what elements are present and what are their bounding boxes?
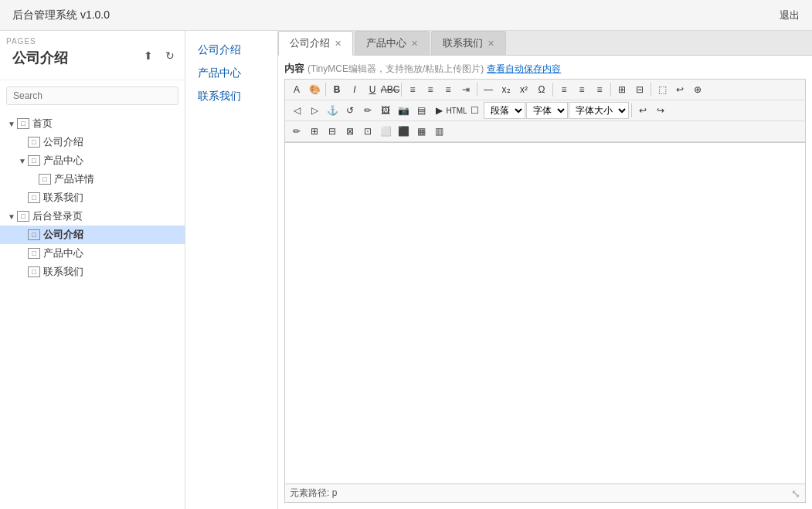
template-btn[interactable]: ▤ (413, 102, 430, 119)
tree-item-contact2[interactable]: □ 联系我们 (0, 263, 185, 281)
redo-btn[interactable]: ↪ (652, 102, 669, 119)
fullscreen-btn[interactable]: ⊕ (689, 81, 706, 98)
tab-contact-close[interactable]: ✕ (488, 39, 494, 49)
image-btn[interactable]: 🖼 (377, 102, 394, 119)
sep6 (651, 83, 651, 97)
sep4 (552, 83, 553, 97)
hr-btn[interactable]: — (480, 81, 497, 98)
del-table-btn[interactable]: ⊟ (631, 81, 648, 98)
page-icon: □ (28, 155, 40, 166)
ol-btn[interactable]: ≡ (422, 81, 439, 98)
sep5 (610, 83, 611, 97)
forward-btn[interactable]: ▷ (306, 102, 323, 119)
refresh-icon[interactable]: ↻ (161, 47, 178, 64)
tab-products-label: 产品中心 (366, 36, 406, 50)
top-header: 后台管理系统 v1.0.0 退出 (0, 0, 812, 31)
upload-icon[interactable]: ⬆ (140, 47, 157, 64)
table-prop-btn[interactable]: ▦ (413, 123, 430, 140)
tab-products-close[interactable]: ✕ (411, 39, 418, 49)
page-icon: □ (28, 266, 40, 277)
toggle-products[interactable]: ▼ (17, 157, 28, 165)
element-path: 元素路径: p (290, 487, 337, 500)
col-del-btn[interactable]: ⊟ (324, 123, 341, 140)
sep1 (325, 83, 326, 97)
insert-btn[interactable]: ⬚ (654, 81, 671, 98)
subscript-btn[interactable]: x₂ (498, 81, 515, 98)
fontsize-select[interactable]: 字体大小 (569, 102, 629, 119)
left-nav-panel: 公司介绍 产品中心 联系我们 (185, 31, 278, 509)
tree-item-backend-login[interactable]: ▼ □ 后台登录页 (0, 207, 185, 226)
paragraph-select[interactable]: 段落 (484, 102, 525, 119)
tab-products[interactable]: 产品中心 ✕ (355, 31, 430, 55)
cell-merge-btn[interactable]: ⊠ (341, 123, 358, 140)
col-add-btn[interactable]: ⊞ (306, 123, 323, 140)
row-del-btn[interactable]: ⬛ (395, 123, 412, 140)
bold-btn[interactable]: B (328, 81, 345, 98)
tree-item-contact[interactable]: □ 联系我们 (0, 188, 185, 207)
back-btn[interactable]: ◁ (288, 102, 305, 119)
page-icon: □ (28, 229, 40, 240)
tab-about[interactable]: 公司介绍 ✕ (278, 31, 353, 56)
toggle-backend-login[interactable]: ▼ (6, 212, 17, 221)
nav-contact-link[interactable]: 联系我们 (185, 85, 277, 108)
resize-handle[interactable]: ⤡ (791, 487, 800, 500)
tree-item-home[interactable]: ▼ □ 首页 (0, 114, 185, 133)
underline-btn[interactable]: U (364, 81, 381, 98)
toggle-home[interactable]: ▼ (6, 120, 17, 128)
editor-body[interactable] (284, 142, 806, 484)
font-color-btn[interactable]: A (288, 81, 305, 98)
auto-save-link[interactable]: 查看自动保存内容 (487, 63, 561, 76)
edit-btn[interactable]: ✏ (359, 102, 376, 119)
tree-item-about[interactable]: □ 公司介绍 (0, 133, 185, 151)
tree-label-home: 首页 (32, 117, 53, 131)
tree-item-product-detail[interactable]: □ 产品详情 (0, 170, 185, 188)
sidebar-tree: ▼ □ 首页 □ 公司介绍 ▼ □ 产品中心 □ 产品详情 (0, 111, 185, 509)
nav-products-link[interactable]: 产品中心 (185, 62, 277, 85)
tab-contact-label: 联系我们 (443, 36, 483, 50)
align-center-btn[interactable]: ≡ (573, 81, 590, 98)
tab-about-close[interactable]: ✕ (335, 39, 341, 49)
undo-btn[interactable]: ↩ (634, 102, 651, 119)
search-input[interactable] (6, 87, 178, 105)
pages-label: PAGES (6, 37, 74, 46)
cell-split-btn[interactable]: ⊡ (359, 123, 376, 140)
ul-btn[interactable]: ≡ (404, 81, 421, 98)
tab-about-label: 公司介绍 (290, 36, 330, 50)
superscript-btn[interactable]: x² (515, 81, 532, 98)
page-icon: □ (28, 192, 40, 203)
edit2-btn[interactable]: ✏ (288, 123, 305, 140)
italic-btn[interactable]: I (346, 81, 363, 98)
undo2-btn[interactable]: ↩ (671, 81, 688, 98)
outdent-btn[interactable]: ⇥ (457, 81, 474, 98)
page-icon: □ (28, 137, 40, 148)
sidebar-title: 公司介绍 (6, 46, 74, 73)
cleanup-btn[interactable]: ↺ (341, 102, 358, 119)
toolbar-row-2: ◁ ▷ ⚓ ↺ ✏ 🖼 📷 ▤ ▶ HTML ☐ 段落 字体 (285, 100, 805, 121)
layer-btn[interactable]: ☐ (466, 102, 483, 119)
tree-label-product-detail: 产品详情 (54, 172, 94, 186)
row-add-btn[interactable]: ⬜ (377, 123, 394, 140)
cell-prop-btn[interactable]: ▥ (430, 123, 447, 140)
align-right-btn[interactable]: ≡ (591, 81, 608, 98)
anchor-btn[interactable]: ⚓ (324, 102, 341, 119)
tabs-bar: 公司介绍 ✕ 产品中心 ✕ 联系我们 ✕ (278, 31, 812, 56)
tree-label-about: 公司介绍 (43, 135, 83, 149)
align-left-btn[interactable]: ≡ (555, 81, 572, 98)
special-char-btn[interactable]: Ω (533, 81, 550, 98)
bg-color-btn[interactable]: 🎨 (306, 81, 323, 98)
content-area: 公司介绍 ✕ 产品中心 ✕ 联系我们 ✕ 内容 (TinyMCE编辑器，支持拖放… (278, 31, 812, 509)
media-btn[interactable]: 📷 (395, 102, 412, 119)
html-btn[interactable]: HTML (448, 102, 465, 119)
logout-button[interactable]: 退出 (780, 8, 800, 22)
tree-item-about2[interactable]: □ 公司介绍 (0, 226, 185, 244)
strikethrough-btn[interactable]: ABC (382, 81, 399, 98)
tree-label-about2: 公司介绍 (43, 228, 83, 242)
preview-btn[interactable]: ▶ (430, 102, 447, 119)
font-select[interactable]: 字体 (526, 102, 568, 119)
tree-item-products2[interactable]: □ 产品中心 (0, 244, 185, 263)
nav-about-link[interactable]: 公司介绍 (185, 39, 277, 62)
indent-btn[interactable]: ≡ (440, 81, 457, 98)
tab-contact[interactable]: 联系我们 ✕ (431, 31, 506, 55)
table-btn[interactable]: ⊞ (613, 81, 630, 98)
tree-item-products[interactable]: ▼ □ 产品中心 (0, 151, 185, 170)
